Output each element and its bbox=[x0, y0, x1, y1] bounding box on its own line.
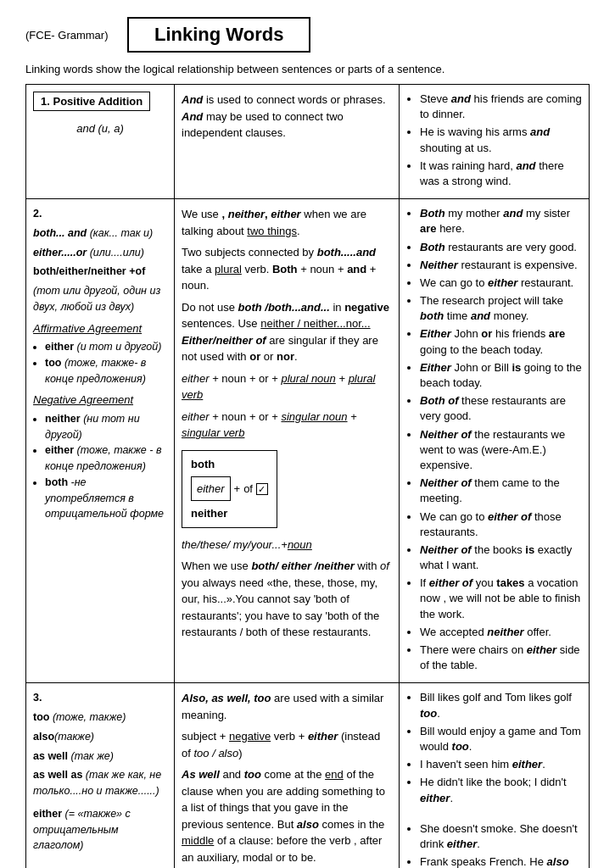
title-box: Linking Words bbox=[127, 17, 310, 53]
sec1-col2: And is used to connect words or phrases.… bbox=[175, 85, 400, 199]
list-item: I haven't seen him either. bbox=[420, 757, 582, 772]
sec3-bullets-b: She doesn't smoke. She doesn't drink eit… bbox=[406, 821, 582, 868]
affirmative-heading: Affirmative Agreement bbox=[33, 320, 167, 337]
sec2-col2: We use , neither, either when we are tal… bbox=[175, 199, 400, 683]
list-item: She doesn't smoke. She doesn't drink eit… bbox=[420, 821, 582, 852]
list-item: both -не употребляется в отрицательной ф… bbox=[45, 475, 167, 522]
sec2-noun-line: the/these/ my/your...+noun bbox=[182, 537, 392, 554]
table-row-1: 1. Positive Addition and (и, а) And is u… bbox=[26, 85, 590, 199]
list-item: Bill likes golf and Tom likes golf too. bbox=[420, 690, 582, 721]
list-item: He didn't like the book; I didn't either… bbox=[420, 775, 582, 805]
list-item: Neither of the restaurants we went to wa… bbox=[420, 427, 582, 474]
sec2-last-para: When we use both/ either /neither with o… bbox=[182, 558, 392, 641]
of-text: of bbox=[243, 479, 253, 498]
list-item: It was raining hard, and there was a str… bbox=[420, 159, 582, 189]
list-item: If either of you takes a vocation now , … bbox=[420, 576, 582, 622]
list-item: Either John or Bill is going to the beac… bbox=[420, 360, 582, 391]
sec1-title: Positive Addition bbox=[53, 95, 143, 108]
sec3-p2: subject + negative verb + either (instea… bbox=[182, 728, 392, 761]
list-item: We can go to either of those restaurants… bbox=[420, 509, 582, 540]
sec3-col3: Bill likes golf and Tom likes golf too. … bbox=[400, 683, 590, 868]
plus-sign: + bbox=[234, 479, 241, 498]
word-box-container: both either + of ✓ neither bbox=[182, 447, 392, 531]
sec1-and-label: and (и, а) bbox=[33, 122, 167, 135]
sec1-col1: 1. Positive Addition and (и, а) bbox=[26, 85, 175, 199]
sec2-p4: either + noun + or + plural noun + plura… bbox=[182, 370, 392, 403]
list-item: Steve and his friends are coming to dinn… bbox=[420, 92, 582, 122]
list-item: neither (ни тот ни другой) bbox=[45, 411, 167, 443]
main-table: 1. Positive Addition and (и, а) And is u… bbox=[25, 84, 590, 868]
list-item: Both of these restaurants are very good. bbox=[420, 393, 582, 424]
sec3-bullets-a: Bill likes golf and Tom likes golf too. … bbox=[406, 690, 582, 805]
sec2-col3: Both my mother and my sister are here. B… bbox=[400, 199, 590, 683]
sec3-p3: As well and too come at the end of the c… bbox=[182, 766, 392, 865]
sec2-col1-text: 2. both... and (как... так и) either....… bbox=[33, 206, 167, 522]
table-row-2: 2. both... and (как... так и) either....… bbox=[26, 199, 590, 683]
word-either: either bbox=[191, 476, 231, 501]
list-item: too (тоже, также- в конце предложения) bbox=[45, 355, 167, 387]
sec3-col2: Also, as well, too are used with a simil… bbox=[175, 683, 400, 868]
sec2-p2: Two subjects connected by both.....and t… bbox=[182, 244, 392, 294]
list-item: Neither of the books is exactly what I w… bbox=[420, 542, 582, 573]
sec1-col3: Steve and his friends are coming to dinn… bbox=[400, 85, 590, 199]
sec1-bullets: Steve and his friends are coming to dinn… bbox=[406, 92, 582, 189]
page-title: Linking Words bbox=[154, 24, 283, 46]
list-item: Either John or his friends are going to … bbox=[420, 326, 582, 357]
sec2-bullets: Both my mother and my sister are here. B… bbox=[406, 206, 582, 673]
list-item: We can go to either restaurant. bbox=[420, 275, 582, 291]
fce-label: (FCE- Grammar) bbox=[25, 29, 127, 42]
plus-of-row: either + of ✓ bbox=[191, 476, 268, 501]
list-item: There were chairs on either side of the … bbox=[420, 643, 582, 673]
box-word-neither: neither bbox=[191, 504, 268, 523]
list-item: Neither restaurant is expensive. bbox=[420, 258, 582, 273]
negative-heading: Negative Agreement bbox=[33, 392, 167, 409]
list-item: Bill would enjoy a game and Tom would to… bbox=[420, 724, 582, 754]
list-item: He is waving his arms and shouting at us… bbox=[420, 125, 582, 155]
list-item: Both restaurants are very good. bbox=[420, 240, 582, 255]
list-item: Neither of them came to the meeting. bbox=[420, 476, 582, 506]
box-words: both either + of ✓ neither bbox=[182, 450, 277, 528]
sec2-p1: We use , neither, either when we are tal… bbox=[182, 206, 392, 239]
checkbox-icon: ✓ bbox=[256, 483, 268, 495]
sec2-p3: Do not use both /both...and... in negati… bbox=[182, 299, 392, 365]
subtitle: Linking words show the logical relations… bbox=[25, 63, 590, 75]
sec1-num: 1. bbox=[41, 95, 50, 108]
sec3-col1: 3. too (тоже, также) also(также) as well… bbox=[26, 683, 175, 868]
sec3-col1-text: 3. too (тоже, также) also(также) as well… bbox=[33, 690, 167, 854]
sec3-p1: Also, as well, too are used with a simil… bbox=[182, 690, 392, 723]
table-row-3: 3. too (тоже, также) also(также) as well… bbox=[26, 683, 590, 868]
sec1-col2-p1: And is used to connect words or phrases.… bbox=[182, 92, 392, 142]
list-item: Frank speaks French. He also speaks Germ… bbox=[420, 854, 582, 868]
sec2-col1: 2. both... and (как... так и) either....… bbox=[26, 199, 175, 683]
sec1-title-box: 1. Positive Addition bbox=[33, 92, 150, 111]
list-item: either (тоже, также - в конце предложени… bbox=[45, 442, 167, 475]
list-item: Both my mother and my sister are here. bbox=[420, 206, 582, 236]
list-item: either (и тот и другой) bbox=[45, 339, 167, 355]
box-word-both: both bbox=[191, 454, 268, 474]
list-item: We accepted neither offer. bbox=[420, 625, 582, 640]
sec2-p5: either + noun + or + singular noun + sin… bbox=[182, 409, 392, 442]
list-item: The research project will take both time… bbox=[420, 293, 582, 324]
